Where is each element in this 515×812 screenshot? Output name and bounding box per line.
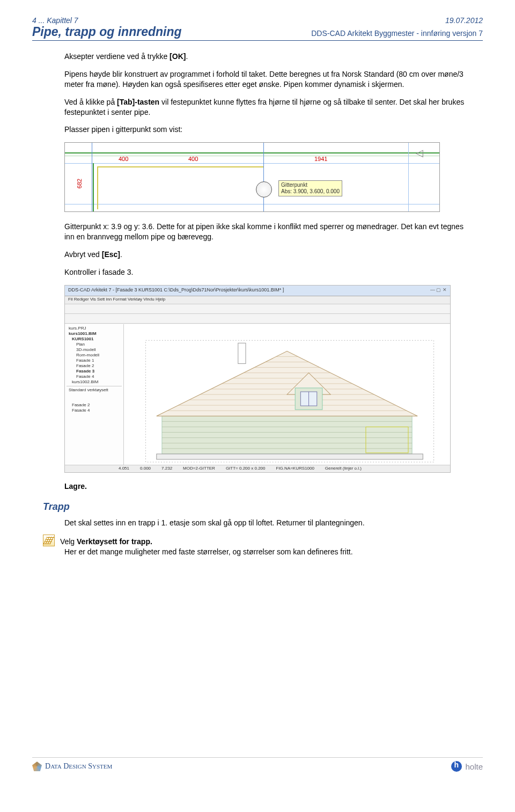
window-controls[interactable]: — ▢ ✕	[430, 287, 447, 294]
tree-3d[interactable]: 3D-modell	[67, 347, 122, 353]
tree-prj[interactable]: kurs.PRJ	[67, 326, 122, 331]
paragraph-toolset-desc: Her er det mange muligheter med faste st…	[64, 547, 483, 556]
tree-bim[interactable]: kurs1001.BIM	[67, 331, 122, 336]
footer-partner: holte	[451, 761, 483, 772]
dim-400a: 400	[119, 156, 128, 162]
status-y: 0.000	[140, 466, 151, 472]
tree-f4[interactable]: Fasade 4	[67, 374, 122, 379]
svg-rect-22	[238, 343, 246, 363]
paragraph-esc: Avbryt ved [Esc].	[64, 250, 472, 260]
pipe-symbol	[256, 181, 272, 197]
status-z: 7.232	[161, 466, 172, 472]
project-tree[interactable]: kurs.PRJ kurs1001.BIM KURS1001 Plan 3D-m…	[65, 324, 124, 465]
paragraph-ok: Aksepter verdiene ved å trykke [OK].	[64, 52, 472, 62]
paragraph-tab: Ved å klikke på [Tab]-tasten vil festepu…	[64, 97, 472, 118]
app-titlebar: DDS-CAD Arkitekt 7 - [Fasade 3 KURS1001 …	[68, 287, 284, 294]
svg-rect-0	[162, 416, 412, 454]
status-mod: MOD=2-GITTER	[183, 466, 215, 472]
tooltip-line2: Abs: 3.900, 3.600, 0.000	[281, 188, 340, 195]
tree-std: Standard verktøysett	[67, 387, 122, 393]
app-toolbar-1[interactable]	[65, 304, 450, 314]
tooltip-line1: Gitterpunkt	[281, 182, 340, 188]
page-ref: 4 ... Kapittel 7	[32, 16, 445, 25]
app-toolbar-2[interactable]	[65, 314, 450, 324]
tree-rom[interactable]: Rom-modell	[67, 353, 122, 358]
product-name: DDS-CAD Arkitekt Byggmester - innføring …	[311, 29, 483, 38]
holte-label: holte	[465, 762, 483, 771]
dim-400b: 400	[188, 156, 198, 162]
dim-1941: 1941	[314, 156, 327, 162]
tree-f1[interactable]: Fasade 1	[67, 358, 122, 363]
tree-f2[interactable]: Fasade 2	[67, 363, 122, 369]
status-mode: Generelt (linjer o.l.)	[325, 466, 362, 472]
svg-rect-7	[157, 454, 423, 459]
tree-model[interactable]: KURS1001	[67, 336, 122, 342]
paragraph-gridcoords: Gitterpunkt x: 3.9 og y: 3.6. Dette for …	[64, 222, 472, 242]
tree2-f4[interactable]: Fasade 4	[67, 408, 122, 413]
app-statusbar: 4.051 0.000 7.232 MOD=2-GITTER GITT= 0.2…	[65, 465, 450, 472]
dim-682: 682	[76, 179, 83, 188]
paragraph-place: Plasser pipen i gitterpunkt som vist:	[64, 125, 472, 135]
paragraph-fasade3: Kontroller i fasade 3.	[64, 267, 472, 277]
page-title: Pipe, trapp og innredning	[32, 25, 182, 39]
status-gitt: GITT= 0.200 x 0.200	[226, 466, 266, 472]
dds-logo-icon	[32, 762, 42, 771]
section-trapp: Trapp	[43, 501, 483, 513]
paragraph-select-toolset: Velg Verktøysett for trapp.	[60, 537, 152, 546]
figure-app-screenshot: DDS-CAD Arkitekt 7 - [Fasade 3 KURS1001 …	[64, 285, 451, 473]
arrow-left-icon: ◁	[416, 147, 423, 159]
status-x: 4.051	[119, 466, 129, 472]
tree2-f2[interactable]: Fasade 2	[67, 403, 122, 408]
paragraph-height: Pipens høyde blir konstruert av programm…	[64, 69, 472, 90]
tree-plan[interactable]: Plan	[67, 342, 122, 347]
paragraph-lagre: Lagre.	[64, 481, 472, 492]
tooltip-gridpoint: Gitterpunkt Abs: 3.900, 3.600, 0.000	[278, 180, 342, 196]
tree-bim2[interactable]: kurs1002.BIM	[67, 379, 122, 385]
drawing-canvas[interactable]	[124, 324, 450, 465]
footer-company: DATA DESIGN SYSTEM	[32, 762, 112, 771]
paragraph-trapp-intro: Det skal settes inn en trapp i 1. etasje…	[64, 518, 472, 528]
tree-f3[interactable]: Fasade 3	[67, 369, 122, 374]
figure-gridpoint: 400 400 1941 682 Gitterpunkt Abs: 3.900,…	[64, 142, 440, 212]
status-fig: FIG.NA=KURS1000	[276, 466, 314, 472]
app-menubar[interactable]: Fil Rediger Vis Sett inn Format Verktøy …	[65, 296, 450, 304]
page-date: 19.07.2012	[445, 16, 483, 25]
holte-logo-icon	[451, 761, 462, 772]
stairs-toolset-icon[interactable]	[43, 535, 55, 546]
